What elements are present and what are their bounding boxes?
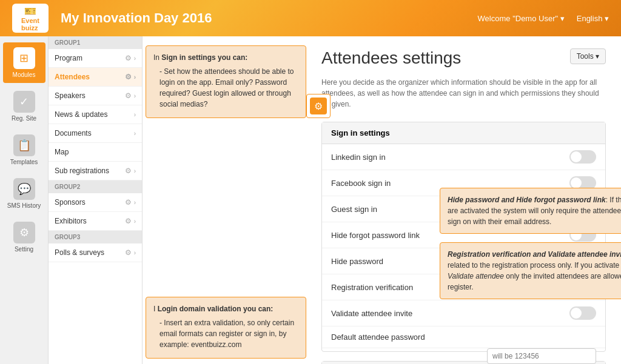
signin-settings-section: Sign in settings Linkedin sign in Facebo… [321, 122, 606, 352]
nav-news-label: News & updates [55, 110, 107, 119]
login-domain-tooltip-list: Insert an extra validation, so only cert… [153, 317, 298, 350]
validate-invite-row: Validate attendee invite [322, 300, 605, 326]
regsite-label: Reg. Site [12, 115, 36, 122]
main-content: ⚙ In Sign in settings you can: Set how t… [143, 36, 621, 364]
gear-tooltip-floating: ⚙ [306, 94, 331, 118]
logo-icon: 🎫 [24, 5, 36, 17]
welcome-button[interactable]: Welcome "Demo User" [478, 14, 565, 23]
nav-exhibitors-label: Exhibitors [55, 217, 87, 225]
signin-tooltip: In Sign in settings you can: Set how the… [146, 45, 306, 118]
linkedin-signin-row: Linkedin sign in [322, 144, 605, 170]
signin-tooltip-title: In Sign in settings you can: [153, 52, 298, 63]
default-password-row: Default attendee password [322, 326, 605, 348]
modules-icon: ⊞ [13, 47, 35, 69]
logo: 🎫 Eventbuizz [12, 4, 49, 33]
attendees-gear-icon[interactable]: ⚙ [125, 73, 132, 81]
registration-tooltip-text: Registration verification and Validate a… [448, 250, 621, 291]
header-title: My Innovation Day 2016 [61, 10, 478, 26]
password-tooltip-italic: Hide password and Hide forgot password l… [448, 196, 621, 226]
sidebar-item-setting[interactable]: ⚙ Setting [3, 217, 45, 257]
signin-tooltip-list: Set how the attendees should be able to … [153, 66, 298, 110]
page-description: Here you decide as the organizer which i… [321, 77, 606, 110]
default-password-label: Default attendee password [331, 333, 425, 342]
speakers-gear-icon[interactable]: ⚙ [125, 91, 132, 100]
setting-icon: ⚙ [13, 222, 35, 243]
nav-map-label: Map [55, 148, 69, 156]
nav-program-label: Program [55, 54, 82, 62]
templates-icon: 📋 [13, 134, 35, 156]
nav-group-3: GROUP3 [49, 231, 142, 243]
polls-gear-icon[interactable]: ⚙ [125, 248, 132, 257]
polls-chevron-icon: › [134, 250, 136, 256]
registration-verification-label: Registration verification [331, 283, 413, 292]
facebook-signin-label: Facebook sign in [331, 179, 391, 188]
sidebar-item-templates[interactable]: 📋 Templates [3, 130, 45, 170]
subreg-gear-icon[interactable]: ⚙ [125, 167, 132, 175]
documents-chevron-icon: › [134, 130, 136, 137]
linkedin-toggle[interactable] [569, 150, 596, 164]
logo-text: Eventbuizz [21, 17, 39, 31]
language-button[interactable]: English [577, 14, 609, 23]
registration-tooltip: Registration verification and Validate a… [440, 242, 621, 299]
default-password-hint [322, 348, 605, 351]
news-chevron-icon: › [134, 111, 136, 118]
header-right: Welcome "Demo User" English [478, 14, 609, 23]
guest-signin-label: Guest sign in [331, 205, 377, 214]
nav-item-map[interactable]: Map [49, 143, 142, 162]
hide-password-label: Hide password [331, 257, 383, 266]
login-domain-tooltip: I Login domain validation you can: Inser… [146, 297, 306, 359]
regsite-icon: ✓ [13, 91, 35, 113]
sponsors-gear-icon[interactable]: ⚙ [125, 198, 132, 207]
sidebar-item-sms[interactable]: 💬 SMS History [3, 173, 45, 214]
icon-sidebar: ⊞ Modules ✓ Reg. Site 📋 Templates 💬 SMS … [0, 36, 49, 364]
nav-item-exhibitors[interactable]: Exhibitors ⚙ › [49, 212, 142, 231]
exhibitors-chevron-icon: › [134, 218, 136, 225]
nav-item-attendees[interactable]: Attendees ⚙ › [49, 68, 142, 87]
nav-group-2: GROUP2 [49, 180, 142, 193]
nav-item-polls[interactable]: Polls & surveys ⚙ › [49, 243, 142, 262]
validate-invite-toggle[interactable] [569, 306, 596, 320]
nav-item-news[interactable]: News & updates › [49, 105, 142, 124]
signin-section-header: Sign in settings [322, 122, 605, 144]
subreg-chevron-icon: › [134, 168, 136, 174]
linkedin-signin-label: Linkedin sign in [331, 153, 386, 162]
sidebar-item-regsite[interactable]: ✓ Reg. Site [3, 86, 45, 127]
signin-tip-item: Set how the attendees should be able to … [159, 66, 298, 110]
page-header: Attendees settings Tools [321, 48, 606, 68]
sms-icon: 💬 [13, 178, 35, 200]
templates-label: Templates [10, 159, 38, 165]
header: 🎫 Eventbuizz My Innovation Day 2016 Welc… [0, 0, 621, 36]
program-chevron-icon: › [134, 55, 136, 62]
nav-polls-label: Polls & surveys [55, 248, 104, 257]
validate-invite-label: Validate attendee invite [331, 309, 412, 318]
nav-subreg-label: Sub registrations [55, 167, 109, 175]
password-tooltip: Hide password and Hide forgot password l… [440, 188, 621, 234]
speakers-chevron-icon: › [134, 93, 136, 99]
sms-label: SMS History [7, 202, 41, 209]
gear-tooltip-icon: ⚙ [310, 98, 327, 114]
login-domain-tip-item: Insert an extra validation, so only cert… [159, 317, 298, 350]
nav-group-1: GROUP1 [49, 36, 142, 49]
nav-item-program[interactable]: Program ⚙ › [49, 49, 142, 68]
tools-button[interactable]: Tools [570, 48, 606, 64]
hide-forgot-label: Hide forgot password link [331, 231, 420, 240]
modules-label: Modules [13, 71, 36, 78]
sponsors-chevron-icon: › [134, 199, 136, 206]
nav-item-sponsors[interactable]: Sponsors ⚙ › [49, 193, 142, 212]
page-title: Attendees settings [321, 48, 461, 68]
nav-item-documents[interactable]: Documents › [49, 124, 142, 143]
setting-label: Setting [15, 246, 33, 253]
attendees-chevron-icon: › [134, 74, 136, 81]
nav-sidebar: GROUP1 Program ⚙ › Attendees ⚙ › Speaker… [49, 36, 143, 364]
nav-speakers-label: Speakers [55, 91, 86, 100]
login-domain-tooltip-title: I Login domain validation you can: [153, 303, 298, 314]
default-password-input[interactable] [487, 348, 596, 364]
exhibitors-gear-icon[interactable]: ⚙ [125, 217, 132, 225]
nav-documents-label: Documents [55, 129, 92, 137]
nav-attendees-label: Attendees [55, 73, 90, 81]
nav-item-subreg[interactable]: Sub registrations ⚙ › [49, 162, 142, 180]
nav-item-speakers[interactable]: Speakers ⚙ › [49, 87, 142, 105]
layout: ⊞ Modules ✓ Reg. Site 📋 Templates 💬 SMS … [0, 36, 621, 364]
sidebar-item-modules[interactable]: ⊞ Modules [3, 42, 45, 83]
program-gear-icon[interactable]: ⚙ [125, 54, 132, 62]
